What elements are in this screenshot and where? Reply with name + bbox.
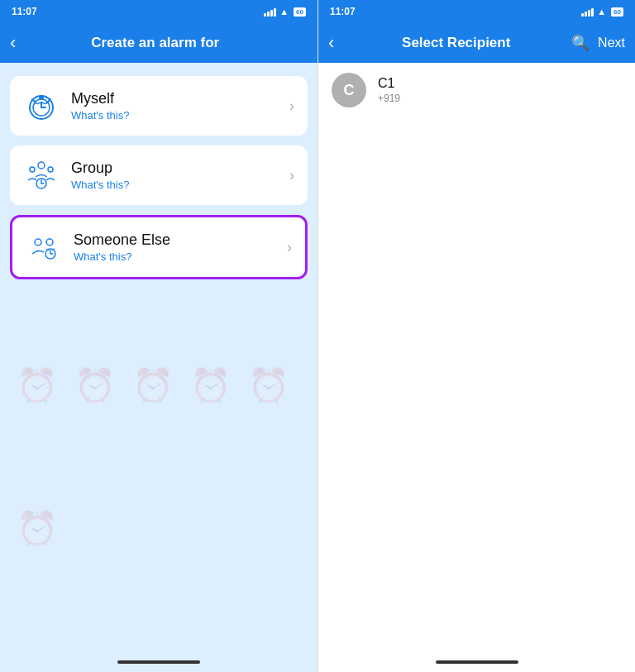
left-status-bar: 11:07 ▲ 60 xyxy=(0,0,318,23)
right-time: 11:07 xyxy=(330,6,356,17)
contact-info: C1 +919 xyxy=(378,76,622,104)
group-subtitle: What's this? xyxy=(71,179,278,191)
group-text: Group What's this? xyxy=(71,160,278,191)
svg-point-14 xyxy=(46,239,53,245)
home-bar xyxy=(117,660,200,664)
search-icon[interactable]: 🔍 xyxy=(571,34,590,52)
group-chevron-icon: › xyxy=(289,167,294,184)
someone-else-subtitle: What's this? xyxy=(74,250,275,263)
myself-text: Myself What's this? xyxy=(71,90,278,122)
left-content: ⏰ ⏰ ⏰ ⏰ ⏰ ⏰ ⏰ ⏰ ⏰ ⏰ ⏰ ⏰ ⏰ ⏰ ⏰ ⏰ xyxy=(0,63,318,652)
wifi-icon: ▲ xyxy=(279,7,289,17)
right-navbar: ‹ Select Recipient 🔍 Next xyxy=(318,23,635,63)
contact-avatar: C xyxy=(332,73,366,107)
right-status-icons: ▲ 60 xyxy=(581,7,623,17)
left-time: 11:07 xyxy=(12,6,37,17)
right-signal-icon xyxy=(581,7,594,17)
svg-point-9 xyxy=(48,167,53,172)
battery-icon: 60 xyxy=(294,7,306,17)
svg-point-8 xyxy=(30,167,35,172)
myself-chevron-icon: › xyxy=(289,98,294,115)
someone-else-title: Someone Else xyxy=(74,231,275,249)
svg-point-7 xyxy=(38,162,45,169)
right-status-bar: 11:07 ▲ 60 xyxy=(318,0,635,23)
contact-name: C1 xyxy=(378,76,622,91)
left-home-indicator xyxy=(0,652,318,672)
someone-else-icon xyxy=(26,229,62,265)
left-phone-panel: 11:07 ▲ 60 ‹ Create an alarm for ⏰ ⏰ ⏰ ⏰… xyxy=(0,0,318,672)
right-phone-panel: 11:07 ▲ 60 ‹ Select Recipient 🔍 Next C C… xyxy=(318,0,635,672)
right-home-indicator xyxy=(318,652,635,672)
left-navbar-title: Create an alarm for xyxy=(22,35,288,51)
left-back-button[interactable]: ‹ xyxy=(10,31,22,55)
right-home-bar xyxy=(436,660,518,664)
signal-icon xyxy=(264,7,276,17)
left-navbar: ‹ Create an alarm for xyxy=(0,23,318,63)
group-title: Group xyxy=(71,160,278,177)
group-icon xyxy=(23,157,60,193)
contact-phone: +919 xyxy=(378,93,622,104)
svg-point-6 xyxy=(39,95,44,100)
someone-else-menu-item[interactable]: Someone Else What's this? › xyxy=(10,215,308,279)
right-back-button[interactable]: ‹ xyxy=(328,31,341,55)
contact-item[interactable]: C C1 +919 xyxy=(318,63,635,117)
myself-icon xyxy=(23,88,60,124)
myself-subtitle: What's this? xyxy=(71,109,278,122)
next-button[interactable]: Next xyxy=(598,36,625,50)
right-wifi-icon: ▲ xyxy=(597,7,606,17)
contact-list: C C1 +919 xyxy=(318,63,635,652)
group-menu-item[interactable]: Group What's this? › xyxy=(10,145,308,205)
someone-else-text: Someone Else What's this? xyxy=(74,231,275,263)
someone-else-chevron-icon: › xyxy=(287,239,292,256)
left-status-icons: ▲ 60 xyxy=(264,7,306,17)
myself-menu-item[interactable]: Myself What's this? › xyxy=(10,76,308,136)
right-battery-icon: 60 xyxy=(611,7,623,17)
svg-point-13 xyxy=(35,239,41,245)
right-navbar-title: Select Recipient xyxy=(341,35,571,51)
myself-title: Myself xyxy=(71,90,278,107)
